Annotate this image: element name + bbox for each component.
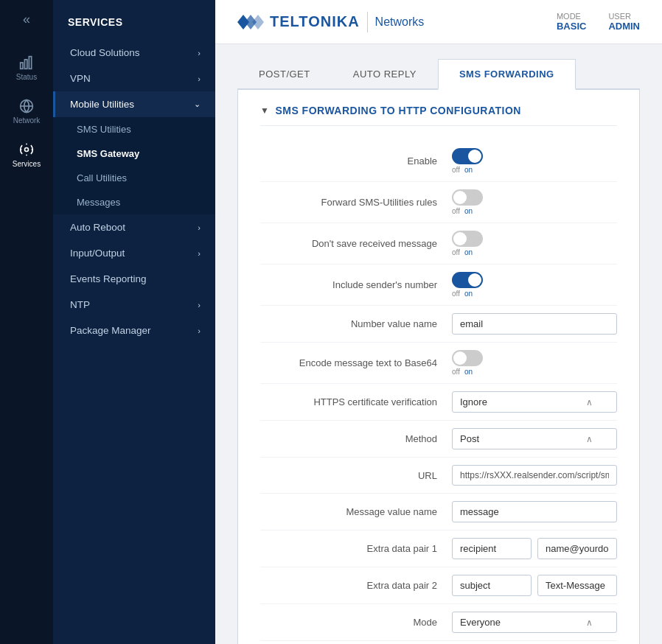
extra-pair2-control — [452, 575, 617, 596]
method-select-wrap: Post ∧ — [452, 428, 617, 449]
chevron-right-icon: › — [198, 223, 201, 232]
sidebar: SERVICES Cloud Solutions › VPN › Mobile … — [53, 0, 215, 644]
include-sender-slider — [452, 272, 483, 288]
number-value-name-control — [452, 313, 617, 335]
method-select[interactable]: Post ∧ — [452, 428, 617, 449]
mode-control: Everyone ∧ — [452, 612, 617, 633]
user-info: USER ADMIN — [608, 12, 640, 32]
https-cert-select-wrap: Ignore ∧ — [452, 391, 617, 413]
extra-pair1-val-input[interactable] — [537, 538, 617, 559]
panel-title: SMS FORWARDING TO HTTP CONFIGURATION — [275, 105, 521, 116]
dont-save-toggle[interactable] — [452, 231, 483, 247]
message-value-name-input[interactable] — [452, 501, 617, 522]
status-label: Status — [16, 73, 37, 81]
dont-save-toggle-wrap: off on — [452, 231, 617, 256]
mobile-utilities-submenu: SMS Utilities SMS Gateway Call Utilities… — [53, 117, 215, 214]
encode-base64-row: Encode message text to Base64 off on — [260, 343, 617, 384]
sidebar-item-events-reporting[interactable]: Events Reporting — [53, 266, 215, 292]
forward-sms-row: Forward SMS-Utilities rules off on — [260, 182, 617, 223]
tab-sms-forwarding[interactable]: SMS FORWARDING — [438, 59, 576, 90]
tab-post-get[interactable]: POST/GET — [237, 59, 332, 90]
network-label: Network — [13, 116, 41, 125]
dont-save-label: Don't save received message — [260, 238, 452, 249]
chevron-right-icon: › — [198, 301, 201, 309]
chevron-right-icon: › — [198, 249, 201, 258]
sidebar-title: SERVICES — [53, 7, 215, 40]
sms-forwarding-panel: ▼ SMS FORWARDING TO HTTP CONFIGURATION E… — [237, 90, 640, 644]
sidebar-item-vpn[interactable]: VPN › — [53, 66, 215, 91]
extra-pair1-control — [452, 538, 617, 559]
sidebar-item-ntp[interactable]: NTP › — [53, 292, 215, 318]
dont-save-slider — [452, 231, 483, 247]
enable-control: off on — [452, 148, 617, 174]
dont-save-row: Don't save received message off on — [260, 223, 617, 265]
svg-rect-1 — [25, 60, 27, 69]
method-label: Method — [260, 433, 452, 444]
url-input[interactable] — [452, 465, 617, 486]
encode-base64-toggle[interactable] — [452, 350, 483, 366]
include-sender-toggle[interactable] — [452, 272, 483, 288]
mode-select[interactable]: Everyone ∧ — [452, 612, 617, 633]
tabs: POST/GET AUTO REPLY SMS FORWARDING — [237, 59, 640, 90]
mode-label: MODE — [557, 12, 586, 21]
chevron-down-icon: ∧ — [586, 397, 593, 407]
number-value-name-row: Number value name — [260, 306, 617, 343]
https-cert-control: Ignore ∧ — [452, 391, 617, 413]
sidebar-subitem-sms-utilities[interactable]: SMS Utilities — [53, 117, 215, 141]
message-value-name-label: Message value name — [260, 506, 452, 517]
user-label: USER — [608, 12, 640, 21]
svg-marker-8 — [252, 15, 264, 29]
https-cert-value: Ignore — [460, 396, 487, 407]
sidebar-item-auto-reboot[interactable]: Auto Reboot › — [53, 214, 215, 240]
mode-info: MODE BASIC — [557, 12, 586, 32]
enable-toggle-labels: off on — [452, 166, 473, 174]
collapse-section-icon[interactable]: ▼ — [260, 105, 269, 116]
https-cert-select[interactable]: Ignore ∧ — [452, 391, 617, 413]
extra-pair2-key-input[interactable] — [452, 575, 532, 596]
enable-slider — [452, 148, 483, 164]
sidebar-item-package-manager[interactable]: Package Manager › — [53, 318, 215, 343]
chevron-right-icon: › — [198, 326, 201, 335]
tab-auto-reply[interactable]: AUTO REPLY — [332, 59, 438, 90]
chevron-down-icon: ⌄ — [194, 99, 201, 109]
svg-rect-2 — [29, 57, 31, 69]
chevron-down-icon: ∧ — [586, 434, 593, 444]
number-value-name-label: Number value name — [260, 318, 452, 329]
include-sender-toggle-labels: off on — [452, 290, 473, 298]
chevron-right-icon: › — [198, 49, 201, 57]
sidebar-item-cloud-solutions[interactable]: Cloud Solutions › — [53, 40, 215, 66]
enable-toggle[interactable] — [452, 148, 483, 164]
sidebar-subitem-messages[interactable]: Messages — [53, 190, 215, 214]
logo: TELTONIKA Networks — [237, 11, 424, 33]
url-label: URL — [260, 470, 452, 481]
svg-rect-0 — [21, 63, 23, 69]
sidebar-item-input-output[interactable]: Input/Output › — [53, 240, 215, 266]
mode-value: BASIC — [557, 21, 586, 32]
teltonika-logo-icon — [237, 11, 270, 33]
sidebar-item-network[interactable]: Network — [0, 90, 53, 133]
panel-header: ▼ SMS FORWARDING TO HTTP CONFIGURATION — [260, 105, 617, 126]
encode-base64-slider — [452, 350, 483, 366]
sidebar-item-mobile-utilities[interactable]: Mobile Utilities ⌄ — [53, 91, 215, 117]
extra-pair1-row: Extra data pair 1 — [260, 531, 617, 567]
topbar: TELTONIKA Networks MODE BASIC USER ADMIN — [215, 0, 662, 44]
chevron-right-icon: › — [198, 74, 201, 83]
number-value-name-input[interactable] — [452, 313, 617, 335]
forward-sms-slider — [452, 189, 483, 206]
method-control: Post ∧ — [452, 428, 617, 449]
extra-pair2-label: Extra data pair 2 — [260, 580, 452, 591]
https-cert-row: HTTPS certificate verification Ignore ∧ — [260, 384, 617, 421]
extra-pair1-key-input[interactable] — [452, 538, 532, 559]
sidebar-item-services[interactable]: Services — [0, 133, 53, 177]
encode-base64-toggle-wrap: off on — [452, 350, 617, 376]
sidebar-item-status[interactable]: Status — [0, 46, 53, 90]
forward-sms-toggle-labels: off on — [452, 207, 473, 215]
message-value-name-row: Message value name — [260, 494, 617, 531]
sidebar-subitem-sms-gateway[interactable]: SMS Gateway — [53, 141, 215, 166]
collapse-button[interactable]: « — [18, 7, 35, 32]
encode-base64-label: Encode message text to Base64 — [260, 357, 452, 368]
extra-pair2-val-input[interactable] — [537, 575, 617, 596]
topbar-right: MODE BASIC USER ADMIN — [557, 12, 640, 32]
sidebar-subitem-call-utilities[interactable]: Call Utilities — [53, 166, 215, 190]
forward-sms-toggle[interactable] — [452, 189, 483, 206]
